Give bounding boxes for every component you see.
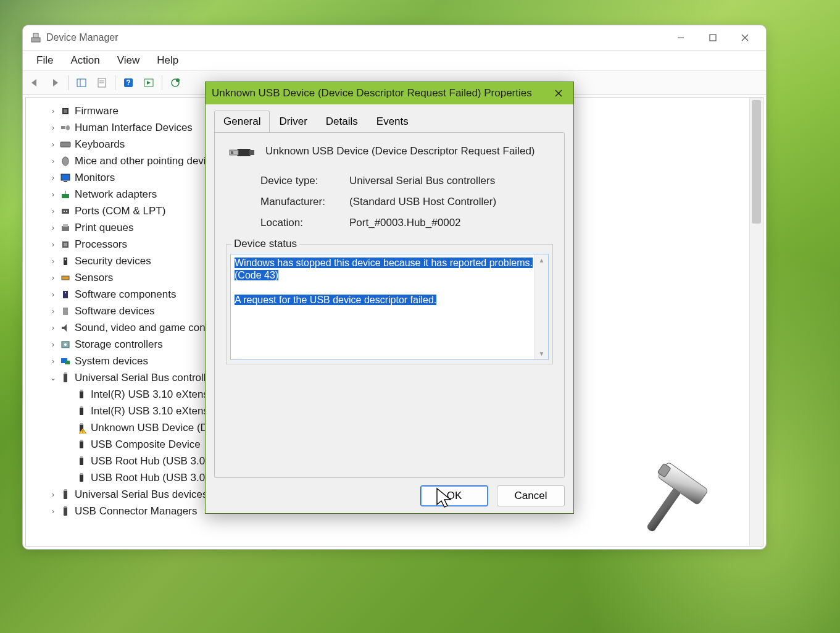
net-icon	[59, 188, 72, 201]
chevron-right-icon[interactable]: ›	[48, 124, 58, 132]
chevron-down-icon[interactable]: ⌄	[48, 374, 58, 382]
scroll-down-icon[interactable]: ▼	[539, 348, 545, 359]
chevron-right-icon[interactable]: ›	[48, 224, 58, 232]
chevron-right-icon[interactable]: ›	[48, 207, 58, 216]
svg-rect-69	[237, 149, 251, 156]
svg-rect-52	[80, 406, 83, 408]
dialog-titlebar[interactable]: Unknown USB Device (Device Descriptor Re…	[206, 82, 573, 104]
svg-point-37	[65, 258, 67, 260]
tab-general[interactable]: General	[214, 111, 270, 133]
svg-rect-49	[80, 391, 83, 398]
chevron-right-icon[interactable]: ›	[48, 274, 58, 282]
svg-rect-29	[62, 209, 69, 214]
device-type-value: Universal Serial Bus controllers	[349, 175, 495, 187]
svg-rect-33	[63, 224, 68, 227]
svg-marker-42	[62, 324, 67, 332]
chevron-right-icon[interactable]: ›	[48, 140, 58, 149]
svg-marker-16	[147, 81, 151, 85]
firmware-icon	[59, 105, 72, 117]
tree-item-label: USB Root Hub (USB 3.0)	[91, 455, 209, 467]
tree-item-label: Ports (COM & LPT)	[75, 205, 165, 217]
tree-item-label: Storage controllers	[75, 338, 163, 351]
chevron-right-icon[interactable]: ›	[48, 340, 58, 349]
chevron-right-icon[interactable]: ›	[48, 157, 58, 166]
print-icon	[59, 222, 72, 234]
show-hide-console-button[interactable]	[72, 73, 91, 92]
chevron-right-icon[interactable]: ›	[48, 490, 58, 499]
location-value: Port_#0003.Hub_#0002	[349, 217, 461, 229]
device-status-legend: Device status	[231, 238, 299, 250]
svg-rect-3	[710, 35, 716, 41]
scan-icon[interactable]	[139, 73, 158, 92]
chevron-right-icon[interactable]: ›	[48, 307, 58, 316]
chevron-right-icon[interactable]: ›	[48, 240, 58, 249]
tab-events[interactable]: Events	[367, 111, 418, 133]
svg-rect-65	[64, 507, 67, 516]
minimize-button[interactable]	[665, 27, 697, 49]
tab-driver[interactable]: Driver	[270, 111, 316, 133]
scrollbar-vertical[interactable]	[749, 98, 763, 546]
svg-rect-60	[80, 456, 83, 458]
manufacturer-label: Manufacturer:	[260, 196, 349, 208]
chevron-right-icon[interactable]: ›	[48, 357, 58, 366]
chevron-right-icon[interactable]: ›	[48, 190, 58, 199]
forward-button[interactable]	[46, 73, 64, 92]
properties-icon[interactable]	[93, 73, 111, 92]
close-button[interactable]	[729, 27, 761, 49]
chevron-right-icon[interactable]: ›	[48, 324, 58, 332]
swcomp-icon	[59, 288, 72, 301]
cancel-button[interactable]: Cancel	[497, 485, 565, 506]
location-label: Location:	[260, 217, 349, 229]
usbplug-icon	[75, 438, 88, 451]
svg-text:!: !	[82, 429, 83, 434]
svg-rect-39	[63, 291, 68, 298]
tree-item-label: USB Root Hub (USB 3.0)	[91, 472, 209, 484]
chevron-right-icon[interactable]: ›	[48, 507, 58, 516]
titlebar[interactable]: Device Manager	[23, 25, 766, 50]
tab-details[interactable]: Details	[317, 111, 367, 133]
tree-item-label: Processors	[75, 238, 127, 251]
menu-view[interactable]: View	[109, 52, 149, 69]
chevron-right-icon[interactable]: ›	[48, 174, 58, 182]
svg-rect-51	[80, 408, 83, 415]
menu-file[interactable]: File	[28, 52, 62, 69]
device-status-group: Device status Windows has stopped this d…	[226, 238, 553, 364]
svg-point-44	[64, 343, 67, 346]
menu-help[interactable]: Help	[148, 52, 187, 69]
tree-item-label: Mice and other pointing devices	[75, 155, 222, 167]
scroll-up-icon[interactable]: ▲	[539, 254, 545, 266]
svg-rect-0	[31, 38, 40, 42]
device-status-textbox[interactable]: Windows has stopped this device because …	[230, 254, 549, 360]
sec-icon	[59, 255, 72, 267]
ok-button[interactable]: OK	[420, 485, 488, 506]
device-info: Device type: Universal Serial Bus contro…	[260, 175, 553, 229]
svg-point-18	[176, 78, 180, 82]
properties-dialog: Unknown USB Device (Device Descriptor Re…	[205, 82, 574, 514]
svg-rect-38	[62, 276, 69, 280]
dialog-close-button[interactable]	[550, 86, 567, 101]
tree-item-label: Print queues	[75, 222, 133, 234]
svg-rect-61	[80, 474, 83, 482]
menu-action[interactable]: Action	[62, 52, 108, 69]
svg-rect-32	[62, 226, 69, 231]
svg-rect-23	[60, 142, 70, 147]
status-line-1: Windows has stopped this device because …	[235, 258, 533, 280]
chevron-right-icon[interactable]: ›	[48, 257, 58, 266]
svg-marker-7	[53, 79, 58, 86]
help-icon[interactable]: ?	[119, 73, 138, 92]
back-button[interactable]	[25, 73, 44, 92]
svg-rect-35	[64, 243, 67, 246]
svg-point-22	[66, 125, 70, 130]
menubar: File Action View Help	[23, 50, 766, 71]
usbplug-icon	[75, 405, 88, 417]
svg-rect-47	[64, 374, 67, 382]
add-driver-icon[interactable]	[166, 73, 185, 92]
maximize-button[interactable]	[697, 27, 729, 49]
chevron-right-icon[interactable]: ›	[48, 290, 58, 299]
chevron-right-icon[interactable]: ›	[48, 107, 58, 115]
svg-rect-26	[64, 181, 67, 182]
svg-rect-72	[249, 150, 254, 155]
status-scrollbar[interactable]: ▲ ▼	[534, 254, 548, 359]
tree-item-label: USB Composite Device	[91, 438, 201, 451]
storage-icon	[59, 338, 72, 351]
